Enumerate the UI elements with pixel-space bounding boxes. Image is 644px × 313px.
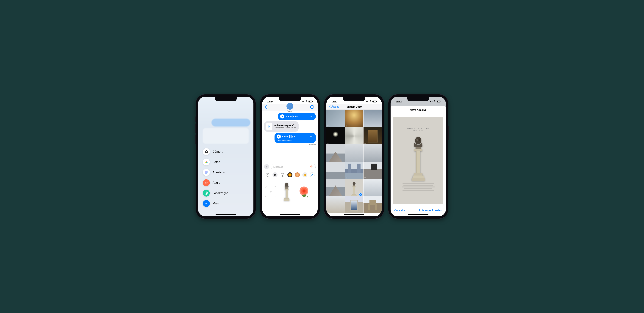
svg-rect-50 [351, 195, 357, 196]
photo-thumb[interactable]: ♡ [326, 196, 345, 213]
waveform [282, 135, 308, 138]
photo-thumb[interactable]: ✓ [345, 179, 363, 197]
signal-icon: ••ıl [366, 100, 368, 103]
add-button[interactable]: + [264, 164, 269, 169]
photo-thumb[interactable]: ♡ [345, 162, 363, 180]
status-time: 15:52 [396, 100, 402, 103]
sticker-sheet: Novo Adesivo ANDRE LE NOTRE 1613 - 1700 [390, 106, 446, 216]
photo-thumb[interactable] [345, 144, 363, 163]
svg-point-43 [303, 190, 305, 192]
photo-thumb[interactable]: ♡ [345, 110, 363, 128]
recents-icon[interactable] [265, 172, 270, 177]
photo-thumb[interactable]: ♡ [364, 144, 382, 163]
photo-grid[interactable]: ♡ ♡ ♡ ♡ ♡ ♡ ♡ ♡ ✓ ♡ [326, 110, 382, 213]
menu-photos[interactable]: Fotos [203, 159, 244, 165]
svg-point-54 [418, 139, 420, 141]
audio-duration: 00:11 [310, 135, 314, 138]
back-button[interactable]: Álbuns [329, 105, 339, 108]
photo-thumb[interactable]: ♡ [326, 110, 345, 128]
menu-more[interactable]: Mais [203, 200, 244, 207]
photo-thumb[interactable]: ♡ [364, 162, 382, 180]
svg-point-51 [434, 102, 435, 102]
record-icon[interactable] [310, 165, 313, 168]
battery-icon: 39 [308, 101, 312, 102]
menu-location[interactable]: Localização [203, 190, 244, 197]
contact-info[interactable]: Pedro › [286, 103, 294, 112]
svg-rect-7 [205, 182, 205, 183]
svg-point-44 [370, 102, 370, 102]
home-indicator[interactable] [344, 214, 364, 215]
svg-rect-38 [284, 198, 289, 199]
sticker-preview[interactable]: ANDRE LE NOTRE 1613 - 1700 [393, 117, 444, 204]
audio-message-1[interactable]: ▶ 00:07 [278, 113, 316, 120]
photo-thumb[interactable] [326, 162, 345, 180]
input-placeholder: iMessage [273, 165, 283, 168]
svg-rect-61 [413, 176, 424, 178]
audio-message-2[interactable]: ▶ 00:11 Teste teste teste [274, 133, 316, 143]
stickers-icon [203, 169, 210, 176]
photo-thumb[interactable] [345, 196, 363, 213]
statue-cutout [410, 135, 427, 185]
menu-camera[interactable]: Câmera [203, 148, 244, 155]
more-label: Mais [212, 202, 219, 205]
compose-bar: + iMessage [262, 163, 318, 171]
add-sticker-button[interactable]: + [265, 186, 276, 197]
svg-rect-37 [286, 190, 288, 198]
app-store-icon[interactable] [310, 172, 315, 177]
menu-stickers[interactable]: Adesivos [203, 169, 244, 176]
cancel-button[interactable]: Cancelar [394, 209, 405, 212]
sheet-title: Novo Adesivo [390, 106, 446, 114]
sticker-rose[interactable] [297, 182, 311, 201]
message-input[interactable]: iMessage [271, 164, 316, 169]
memoji-icon[interactable] [295, 172, 300, 177]
photos-label: Fotos [212, 160, 220, 164]
home-indicator[interactable] [408, 214, 428, 215]
svg-rect-23 [310, 166, 310, 167]
svg-point-45 [353, 182, 356, 185]
photo-thumb[interactable] [326, 144, 345, 163]
photo-thumb[interactable] [364, 110, 382, 128]
svg-rect-58 [416, 151, 417, 173]
photo-thumb[interactable] [364, 196, 382, 213]
emoji-icon[interactable] [280, 172, 285, 177]
wifi-icon [433, 100, 436, 103]
audio-label: Áudio [212, 181, 220, 184]
svg-rect-39 [284, 199, 290, 201]
sticker-peel-icon[interactable] [272, 172, 277, 177]
chevron-down-icon [203, 200, 210, 207]
svg-point-33 [283, 174, 283, 175]
delivery-status: Entregue [309, 143, 316, 145]
svg-rect-26 [312, 166, 312, 167]
app-icon-1[interactable] [288, 172, 292, 177]
home-indicator[interactable] [216, 214, 236, 215]
back-button[interactable] [265, 105, 267, 110]
photo-thumb[interactable]: ♡ [364, 127, 382, 145]
sticker-statue[interactable] [280, 182, 294, 201]
app-icon-2[interactable]: 👍 [302, 172, 307, 177]
album-header: Álbuns Viagem 2019 [326, 104, 382, 110]
video-call-button[interactable] [310, 105, 315, 109]
add-sticker-button[interactable]: Adicionar Adesivo [419, 209, 442, 212]
contact-name: Pedro › [287, 110, 293, 112]
photo-thumb[interactable]: ♡ [326, 127, 345, 145]
menu-audio[interactable]: Áudio [203, 179, 244, 186]
text-message: Teste teste teste [277, 140, 314, 142]
audio-duration: 00:07 [309, 115, 314, 118]
chat-messages[interactable]: ▶ 00:07 Audio Message.caf Gravação de Áu… [262, 111, 318, 163]
play-icon[interactable]: ▶ [280, 114, 284, 118]
status-bar: 15:52 ••ıl 39 [326, 97, 382, 104]
svg-rect-35 [285, 187, 288, 189]
wifi-icon [369, 100, 372, 103]
play-icon[interactable]: ▶ [277, 134, 281, 139]
svg-rect-27 [312, 165, 312, 167]
svg-rect-9 [206, 182, 206, 184]
photo-thumb[interactable]: ♡ [326, 179, 345, 197]
photo-thumb[interactable] [364, 179, 382, 197]
audio-icon [203, 179, 210, 186]
svg-point-32 [282, 174, 282, 175]
app-drawer: 👍 [262, 171, 318, 179]
photo-thumb[interactable] [345, 127, 363, 145]
svg-rect-49 [352, 194, 356, 195]
file-message[interactable]: Audio Message.caf Gravação de Áudio · 46… [264, 121, 298, 132]
home-indicator[interactable] [280, 214, 300, 215]
